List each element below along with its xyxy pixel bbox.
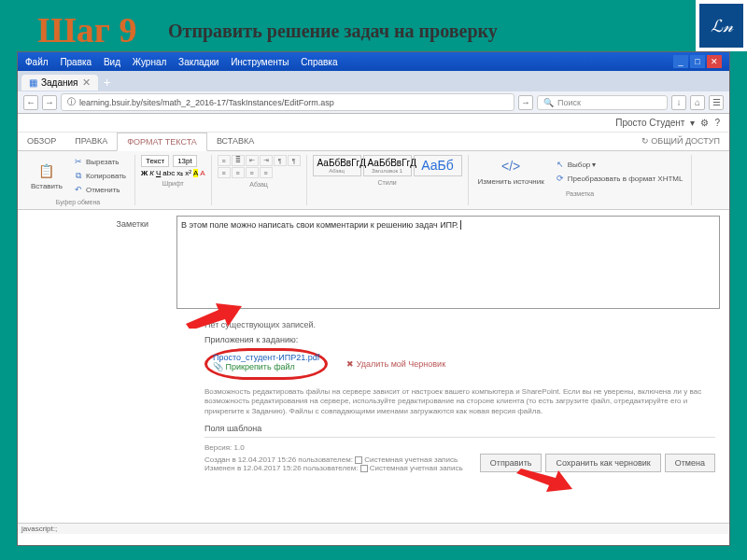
attachment-file-link[interactable]: Просто_студент-ИПР21.pdf bbox=[213, 353, 319, 362]
url-text: learning.bsuir.by/sites/math_2_2016-17/T… bbox=[79, 98, 334, 107]
help-icon[interactable]: ? bbox=[714, 118, 720, 128]
rtl-button[interactable]: ¶ bbox=[288, 155, 301, 166]
tab-overview[interactable]: ОБЗОР bbox=[18, 133, 65, 150]
home-button[interactable]: ⌂ bbox=[690, 95, 705, 110]
back-button[interactable]: ← bbox=[23, 95, 38, 110]
menu-help[interactable]: Справка bbox=[301, 57, 337, 67]
code-icon: </> bbox=[501, 157, 520, 175]
ribbon-markup-group: </> Изменить источник ↖Выбор ▾ ⟳Преобраз… bbox=[469, 155, 693, 205]
menu-file[interactable]: Файл bbox=[25, 57, 49, 67]
ribbon-paragraph-group: ≡ ≣ ⇤ ⇥ ¶ ¶ ≡ ≡ ≡ ≡ Абзац bbox=[212, 155, 307, 205]
sub-button[interactable]: x₂ bbox=[176, 169, 183, 177]
copy-button[interactable]: ⧉Копировать bbox=[70, 169, 129, 182]
menu-bookmarks[interactable]: Закладки bbox=[178, 57, 218, 67]
ribbon-font-group: Текст 13pt Ж К Ч abc x₂ x² A A Шрифт bbox=[135, 155, 212, 205]
address-bar: ← → ⓘ learning.bsuir.by/sites/math_2_201… bbox=[18, 91, 729, 114]
page-content: Просто Студент ▾ ⚙ ? ОБЗОР ПРАВКА ФОРМАТ… bbox=[18, 114, 729, 534]
paste-icon: 📋 bbox=[37, 161, 56, 180]
forward-button[interactable]: → bbox=[42, 95, 57, 110]
select-button[interactable]: ↖Выбор ▾ bbox=[552, 158, 686, 171]
cancel-button[interactable]: Отмена bbox=[665, 454, 715, 472]
tab-format-text[interactable]: ФОРМАТ ТЕКСТА bbox=[117, 133, 207, 151]
undo-button[interactable]: ↶Отменить bbox=[70, 183, 129, 196]
tab-close-icon[interactable]: ✕ bbox=[82, 77, 91, 89]
info-icon: ⓘ bbox=[67, 96, 76, 108]
browser-tab[interactable]: ▦ Задания ✕ bbox=[21, 75, 98, 91]
highlight-button[interactable]: A bbox=[193, 169, 198, 177]
strike-button[interactable]: abc bbox=[162, 169, 175, 177]
align-left-button[interactable]: ≡ bbox=[218, 167, 231, 178]
comment-text: В этом поле можно написать свои коммента… bbox=[181, 220, 458, 230]
clipboard-label: Буфер обмена bbox=[56, 199, 101, 205]
sharepoint-topbar: Просто Студент ▾ ⚙ ? bbox=[18, 114, 729, 133]
form-main: Заметки В этом поле можно написать свои … bbox=[18, 210, 729, 315]
underline-button[interactable]: Ч bbox=[156, 169, 161, 177]
ltr-button[interactable]: ¶ bbox=[274, 155, 287, 166]
close-button[interactable]: ✕ bbox=[707, 55, 722, 68]
university-logo: ℒ𝓃 bbox=[696, 0, 747, 51]
menu-history[interactable]: Журнал bbox=[133, 57, 167, 67]
minimize-button[interactable]: _ bbox=[673, 55, 688, 68]
tab-favicon: ▦ bbox=[29, 77, 37, 88]
indent-button[interactable]: ⇥ bbox=[260, 155, 273, 166]
version-text: Версия: 1.0 bbox=[204, 443, 715, 452]
italic-button[interactable]: К bbox=[149, 169, 154, 177]
fontcolor-button[interactable]: A bbox=[200, 169, 204, 177]
menu-edit[interactable]: Правка bbox=[60, 57, 92, 67]
tab-insert[interactable]: ВСТАВКА bbox=[207, 133, 263, 150]
convert-icon: ⟳ bbox=[555, 173, 566, 184]
tab-edit[interactable]: ПРАВКА bbox=[65, 133, 117, 150]
paste-button[interactable]: 📋 Вставить bbox=[27, 160, 66, 192]
ribbon-styles-group: АаБбВвГгДАбзац АаБбВвГгДЗаголовок 1 АаБб… bbox=[307, 155, 469, 205]
svg-marker-0 bbox=[186, 303, 242, 329]
bullets-button[interactable]: ≡ bbox=[218, 155, 231, 166]
window-controls: _ □ ✕ bbox=[673, 55, 722, 68]
align-justify-button[interactable]: ≡ bbox=[260, 167, 273, 178]
share-button[interactable]: ↻ ОБЩИЙ ДОСТУП bbox=[632, 133, 729, 150]
downloads-button[interactable]: ↓ bbox=[671, 95, 686, 110]
chevron-down-icon[interactable]: ▾ bbox=[690, 118, 695, 128]
align-center-button[interactable]: ≡ bbox=[232, 167, 245, 178]
cut-button[interactable]: ✂Вырезать bbox=[70, 155, 129, 168]
align-right-button[interactable]: ≡ bbox=[246, 167, 259, 178]
browser-window: Файл Правка Вид Журнал Закладки Инструме… bbox=[17, 51, 730, 546]
edit-source-button[interactable]: </> Изменить источник bbox=[474, 155, 548, 188]
search-icon: 🔍 bbox=[543, 98, 554, 107]
new-tab-button[interactable]: + bbox=[104, 75, 111, 90]
meta-info: Создан в 12.04.2017 15:26 пользователем:… bbox=[204, 455, 463, 472]
go-button[interactable]: → bbox=[518, 95, 533, 110]
size-select[interactable]: 13pt bbox=[173, 155, 197, 167]
menu-view[interactable]: Вид bbox=[104, 57, 120, 67]
gear-icon[interactable]: ⚙ bbox=[700, 118, 709, 128]
sharepoint-tabs: ОБЗОР ПРАВКА ФОРМАТ ТЕКСТА ВСТАВКА ↻ ОБЩ… bbox=[18, 133, 729, 151]
annotation-oval: Просто_студент-ИПР21.pdf 📎 Прикрепить фа… bbox=[204, 348, 328, 380]
tab-title: Задания bbox=[41, 77, 78, 88]
url-input[interactable]: ⓘ learning.bsuir.by/sites/math_2_2016-17… bbox=[61, 93, 514, 111]
outdent-button[interactable]: ⇤ bbox=[246, 155, 259, 166]
bold-button[interactable]: Ж bbox=[141, 169, 148, 177]
paragraph-label: Абзац bbox=[249, 181, 268, 188]
user-name[interactable]: Просто Студент bbox=[615, 118, 684, 128]
help-text: Возможность редактировать файлы на серве… bbox=[204, 387, 715, 416]
style-heading1[interactable]: АаБбВвГгДЗаголовок 1 bbox=[363, 155, 412, 176]
convert-xhtml-button[interactable]: ⟳Преобразовать в формат XHTML bbox=[552, 172, 686, 185]
menu-tools[interactable]: Инструменты bbox=[231, 57, 289, 67]
attach-file-link[interactable]: Прикрепить файл bbox=[226, 362, 295, 371]
sup-button[interactable]: x² bbox=[185, 169, 191, 177]
undo-icon: ↶ bbox=[73, 184, 84, 195]
ribbon: 📋 Вставить ✂Вырезать ⧉Копировать ↶Отмени… bbox=[18, 151, 729, 210]
search-box[interactable]: 🔍 Поиск bbox=[537, 95, 668, 110]
checkbox-icon bbox=[355, 456, 362, 464]
comment-textarea[interactable]: В этом поле можно написать свои коммента… bbox=[176, 216, 720, 309]
no-records-text: Нет существующих записей. bbox=[204, 320, 715, 329]
font-select[interactable]: Текст bbox=[141, 155, 169, 167]
numbering-button[interactable]: ≣ bbox=[232, 155, 245, 166]
form-below: Нет существующих записей. Приложения к з… bbox=[204, 320, 715, 472]
style-more[interactable]: АаБб bbox=[414, 155, 462, 176]
maximize-button[interactable]: □ bbox=[690, 55, 705, 68]
menu-button[interactable]: ☰ bbox=[709, 95, 724, 110]
search-placeholder: Поиск bbox=[557, 98, 581, 107]
delete-draft-link[interactable]: ✖ Удалить мой Черновик bbox=[346, 359, 445, 369]
style-paragraph[interactable]: АаБбВвГгДАбзац bbox=[313, 155, 361, 176]
cursor-icon: ↖ bbox=[555, 159, 566, 170]
